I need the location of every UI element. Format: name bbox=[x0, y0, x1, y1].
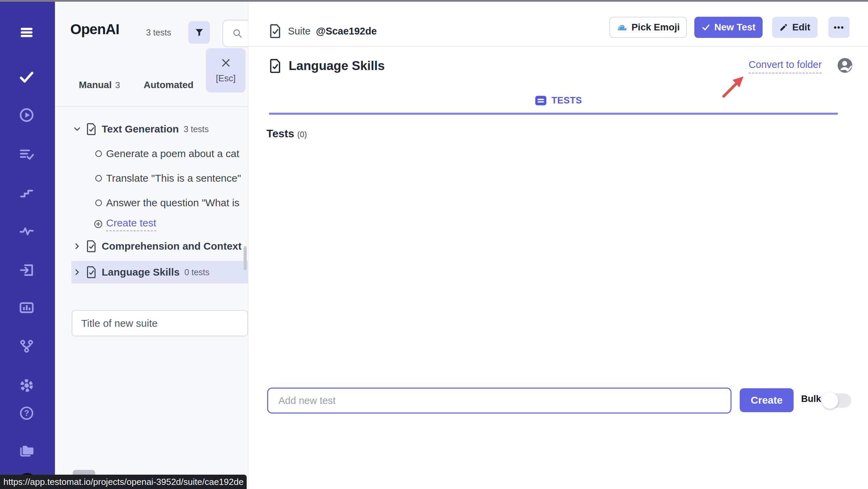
tree-test-row[interactable]: Answer the question "What is bbox=[55, 192, 248, 214]
import-icon[interactable] bbox=[18, 262, 35, 278]
new-test-label: New Test bbox=[714, 22, 756, 33]
test-label: Answer the question "What is bbox=[106, 197, 240, 209]
suite-breadcrumb: Suite @Scae192de bbox=[268, 23, 377, 39]
chevron-right-icon[interactable] bbox=[72, 241, 82, 251]
chevron-down-icon[interactable] bbox=[72, 124, 82, 134]
toggle-knob bbox=[822, 392, 838, 409]
more-options-button[interactable]: ••• bbox=[828, 17, 850, 38]
tree-suite-language-skills[interactable]: Language Skills 0 tests bbox=[55, 261, 248, 283]
tab-automated[interactable]: Automated bbox=[144, 80, 193, 90]
suites-panel: OpenAI 3 tests [Esc] Manual3 Automated T… bbox=[55, 2, 248, 489]
plus-circle-icon bbox=[93, 219, 103, 229]
suite-label: Text Generation bbox=[102, 123, 179, 135]
tree-suite-text-generation[interactable]: Text Generation 3 tests bbox=[55, 118, 248, 140]
close-icon[interactable] bbox=[220, 57, 231, 68]
suite-doc-icon bbox=[85, 239, 98, 253]
test-circle-icon bbox=[95, 150, 103, 158]
create-test-link[interactable]: Create test bbox=[106, 217, 156, 231]
header-divider bbox=[248, 46, 868, 47]
pick-emoji-label: Pick Emoji bbox=[632, 22, 680, 33]
add-new-test-input[interactable] bbox=[267, 388, 732, 414]
suite-label: Suite bbox=[288, 26, 310, 37]
test-circle-icon bbox=[95, 174, 103, 182]
tab-automated-label: Automated bbox=[144, 80, 193, 90]
check-icon[interactable] bbox=[18, 69, 35, 85]
suite-count: 3 tests bbox=[184, 124, 209, 134]
status-url-bar: https://app.testomat.io/projects/openai-… bbox=[0, 475, 247, 489]
tabs-divider bbox=[55, 106, 248, 107]
suite-label: Language Skills bbox=[102, 266, 179, 278]
tab-manual-label: Manual bbox=[79, 80, 112, 90]
bulk-toggle[interactable] bbox=[823, 393, 851, 408]
tree-test-row[interactable]: Generate a poem about a cat bbox=[55, 143, 248, 165]
search-input[interactable] bbox=[222, 20, 248, 47]
run-list-icon[interactable] bbox=[18, 146, 35, 163]
chevron-right-icon[interactable] bbox=[72, 267, 82, 277]
play-circle-icon[interactable] bbox=[18, 107, 35, 123]
create-button[interactable]: Create bbox=[740, 388, 794, 412]
menu-icon[interactable] bbox=[18, 24, 35, 41]
magnifier-icon bbox=[232, 28, 243, 39]
tests-heading: Tests (0) bbox=[266, 127, 307, 140]
check-icon bbox=[701, 23, 710, 32]
help-icon[interactable]: ? bbox=[18, 405, 35, 421]
active-tab-underline bbox=[269, 113, 838, 115]
wave-emoji-icon bbox=[617, 22, 627, 33]
analytics-icon[interactable] bbox=[18, 299, 35, 316]
new-suite-input[interactable] bbox=[72, 310, 248, 336]
tree-scrollbar-thumb[interactable] bbox=[244, 246, 247, 270]
filter-close-tooltip: [Esc] bbox=[206, 48, 246, 93]
gear-icon[interactable] bbox=[18, 377, 35, 394]
filter-button[interactable] bbox=[188, 21, 210, 44]
edit-label: Edit bbox=[792, 22, 810, 33]
funnel-icon bbox=[194, 27, 204, 38]
steps-icon[interactable] bbox=[18, 184, 35, 200]
edit-button[interactable]: Edit bbox=[772, 17, 818, 38]
create-label: Create bbox=[751, 394, 782, 406]
tests-card-icon bbox=[535, 95, 547, 106]
pulse-icon[interactable] bbox=[18, 223, 35, 239]
test-circle-icon bbox=[95, 199, 103, 207]
new-test-button[interactable]: New Test bbox=[694, 17, 763, 38]
main-sidebar: ? bbox=[0, 2, 55, 489]
suite-detail-panel: Suite @Scae192de Pick Emoji New Test Edi… bbox=[248, 2, 868, 489]
test-label: Generate a poem about a cat bbox=[106, 148, 239, 159]
branch-icon[interactable] bbox=[18, 338, 35, 354]
tree-suite-comprehension[interactable]: Comprehension and Context bbox=[55, 235, 248, 257]
suite-id: @Scae192de bbox=[316, 26, 377, 37]
suite-doc-icon bbox=[85, 265, 98, 279]
tests-heading-label: Tests bbox=[266, 127, 294, 140]
project-title: OpenAI bbox=[70, 21, 119, 38]
suite-label: Comprehension and Context bbox=[102, 240, 242, 252]
tab-manual-badge: 3 bbox=[115, 80, 120, 90]
tests-count: (0) bbox=[297, 130, 307, 139]
status-url: https://app.testomat.io/projects/openai-… bbox=[3, 477, 244, 487]
suite-title-row: Language Skills bbox=[268, 57, 385, 74]
esc-hint: [Esc] bbox=[216, 73, 236, 84]
tree-create-test-row: Create test bbox=[55, 213, 248, 235]
test-label: Translate "This is a sentence" bbox=[106, 172, 241, 184]
tab-manual[interactable]: Manual3 bbox=[79, 80, 120, 90]
svg-text:?: ? bbox=[24, 408, 29, 418]
suite-doc-icon bbox=[85, 122, 98, 136]
pick-emoji-button[interactable]: Pick Emoji bbox=[609, 17, 687, 38]
tree-test-row[interactable]: Translate "This is a sentence" bbox=[55, 167, 248, 189]
suite-doc-icon bbox=[268, 58, 283, 74]
folder-icon[interactable] bbox=[18, 443, 35, 459]
suite-count: 0 tests bbox=[184, 267, 209, 277]
suite-doc-icon bbox=[268, 23, 283, 39]
tab-tests[interactable]: TESTS bbox=[248, 95, 868, 106]
app-screen: ? OpenAI 3 tests [Esc] Manual3 Automated bbox=[0, 0, 868, 489]
tab-tests-label: TESTS bbox=[551, 95, 582, 106]
page-title: Language Skills bbox=[289, 59, 385, 73]
avatar-check-icon bbox=[837, 57, 853, 73]
ellipsis-icon: ••• bbox=[834, 23, 844, 32]
pencil-icon bbox=[779, 23, 788, 32]
convert-to-folder-link[interactable]: Convert to folder bbox=[749, 59, 822, 73]
project-tests-count: 3 tests bbox=[146, 28, 171, 38]
bulk-label: Bulk bbox=[801, 394, 821, 404]
